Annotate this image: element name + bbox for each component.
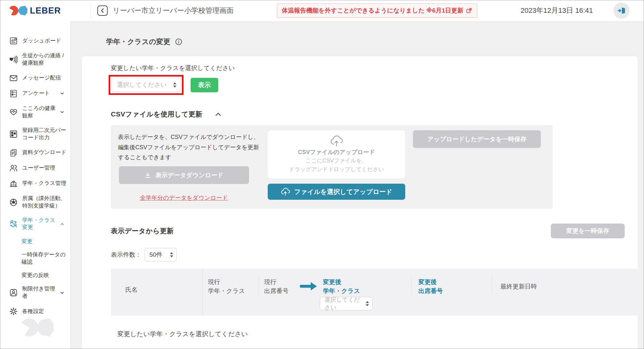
- cloud-upload-icon: [330, 135, 343, 146]
- save-changes-button[interactable]: 変更を一時保存: [551, 224, 625, 238]
- new-class-select[interactable]: 選択してください: [320, 297, 372, 310]
- sidebar-item-label: 資料ダウンロード: [22, 149, 70, 156]
- main-content: 学年・クラスの変更 変更したい学年・クラスを選択してください 選択してください …: [71, 21, 644, 349]
- display-count-value: 50件: [149, 251, 162, 259]
- logout-button[interactable]: [613, 3, 630, 19]
- survey-icon: [9, 89, 18, 98]
- cloud-upload-icon: [281, 188, 290, 196]
- school-icon: [9, 179, 18, 188]
- documents-icon: [9, 149, 18, 157]
- column-current-class: 現行 学年・クラス: [208, 278, 245, 295]
- dropzone-line2: ドラッグアンドドロップしてください: [289, 165, 384, 174]
- sidebar-subitem-apply-changes[interactable]: 変更の反映: [0, 269, 70, 282]
- display-count-select[interactable]: 50件: [145, 248, 177, 262]
- download-icon: [144, 172, 151, 179]
- select-spinner-icon: [366, 301, 369, 306]
- school-admin-title: リーバー市立リーバー小学校管理画面: [113, 6, 234, 15]
- users-icon: [9, 164, 18, 172]
- sidebar-item-label: アンケート: [22, 90, 60, 97]
- logout-door-icon: [617, 6, 626, 15]
- csv-section-heading: CSVファイルを使用して更新: [111, 110, 202, 119]
- sidebar-item-label: ダッシュボード: [22, 37, 70, 45]
- sidebar-item-mental-health[interactable]: こころの健康観察: [0, 101, 70, 123]
- column-divider: [492, 276, 492, 294]
- sidebar-item-dashboard[interactable]: ダッシュボード: [0, 33, 70, 49]
- sidebar-item-label: こころの健康観察: [22, 105, 60, 120]
- sidebar-item-class-management[interactable]: 学年・クラス管理: [0, 176, 70, 191]
- sidebar-item-qr-output[interactable]: 登録用二次元バーコード出力: [0, 123, 70, 145]
- sidebar-item-label: ユーザー管理: [22, 164, 70, 172]
- select-spinner-icon: [173, 82, 176, 87]
- sidebar-item-label: 各種設定: [22, 308, 70, 315]
- sidebar-subitem-change[interactable]: 変更: [0, 235, 70, 248]
- sidebar-item-affiliation[interactable]: 所属（課外活動、特別支援学級）: [0, 191, 70, 213]
- gear-icon: [9, 307, 18, 316]
- sidebar-item-settings[interactable]: 各種設定: [0, 304, 70, 319]
- column-new-class: 変更後 学年・クラス: [323, 278, 360, 295]
- external-link-icon: [466, 7, 472, 14]
- show-button[interactable]: 表示: [191, 78, 218, 92]
- sidebar-item-label: 学年・クラス管理: [22, 180, 70, 187]
- collapse-chevron-up-icon[interactable]: [215, 113, 221, 116]
- current-datetime: 2023年12月13日 16:41: [521, 6, 593, 15]
- download-all-years-link[interactable]: 全学年分のデータをダウンロード: [119, 194, 249, 202]
- announcement-banner[interactable]: 体温報告機能を外すことができるようになりました ※6月1日更新: [277, 4, 477, 18]
- qr-code-icon: [9, 130, 18, 138]
- sidebar-item-label: 生徒からの連絡 / 健康観察: [22, 52, 70, 67]
- class-select[interactable]: 選択してください: [112, 78, 181, 92]
- leber-logo: LEBER: [0, 6, 90, 16]
- dropzone-title: CSVファイルのアップロード: [298, 148, 375, 156]
- save-uploaded-data-button[interactable]: アップロードしたデータを一時保存: [413, 130, 541, 148]
- class-select-placeholder: 選択してください: [117, 81, 167, 89]
- app-window: LEBER リーバー市立リーバー小学校管理画面 体温報告機能を外すことができるよ…: [0, 0, 644, 349]
- column-divider: [202, 269, 203, 316]
- sidebar-item-user-management[interactable]: ユーザー管理: [0, 161, 70, 176]
- sidebar: ダッシュボード 生徒からの連絡 / 健康観察 メッセージ配信 アンケート こころ…: [0, 21, 71, 349]
- change-arrow-icon: [300, 281, 318, 292]
- dashboard-icon: [9, 37, 18, 45]
- download-button-label: 表示データダウンロード: [155, 171, 223, 179]
- sidebar-item-restricted-admin[interactable]: 制限付き管理者: [0, 282, 70, 304]
- wheel-icon: [9, 198, 18, 207]
- content-card: 変更したい学年・クラスを選択してください 選択してください 表示 CSVファイル…: [82, 56, 638, 349]
- column-current-number: 現行 出席番号: [264, 278, 289, 295]
- select-file-upload-button[interactable]: ファイルを選択してアップロード: [268, 184, 405, 200]
- leber-logo-icon: [9, 6, 27, 15]
- leber-watermark-logo: [20, 318, 54, 336]
- page-title: 学年・クラスの変更: [106, 37, 170, 47]
- swap-users-icon: [9, 220, 18, 228]
- sidebar-item-class-change[interactable]: 学年・クラス変更: [0, 213, 70, 235]
- heart-wave-icon: [9, 108, 18, 116]
- chevron-down-icon: [60, 111, 64, 114]
- info-icon[interactable]: [175, 38, 183, 46]
- csv-dropzone[interactable]: CSVファイルのアップロード ここにCSVファイルを、 ドラッグアンドドロップし…: [268, 130, 405, 179]
- column-divider: [411, 276, 412, 294]
- download-displayed-data-button[interactable]: 表示データダウンロード: [119, 166, 249, 184]
- csv-panel: 表示したデータを、CSVファイルでダウンロードし、編集後CSVファイルをアップロ…: [111, 125, 553, 209]
- chevron-up-icon: [60, 223, 64, 225]
- restricted-admin-icon: [9, 289, 18, 297]
- envelope-icon: [9, 74, 18, 82]
- table-header: 氏名 現行 学年・クラス 現行 出席番号 変更後 学年・クラス: [111, 269, 638, 316]
- sidebar-item-label: メッセージ配信: [22, 74, 70, 82]
- back-button[interactable]: [97, 5, 108, 16]
- sidebar-item-student-contact[interactable]: 生徒からの連絡 / 健康観察: [0, 49, 70, 70]
- upload-button-label: ファイルを選択してアップロード: [294, 188, 392, 196]
- announcement-text: 体温報告機能を外すことができるようになりました ※6月1日更新: [282, 6, 463, 15]
- column-new-number: 変更後 出席番号: [418, 278, 443, 295]
- chevron-down-icon: [60, 291, 64, 294]
- header-divider: [90, 3, 91, 18]
- column-last-updated: 最終更新日時: [500, 282, 537, 291]
- sidebar-item-survey[interactable]: アンケート: [0, 86, 70, 101]
- sidebar-subitem-saved-data[interactable]: 一時保存データの確認: [0, 248, 70, 269]
- column-name: 氏名: [125, 285, 138, 294]
- sidebar-item-label: 登録用二次元バーコード出力: [22, 127, 70, 142]
- update-section-heading: 表示データから更新: [111, 226, 174, 235]
- sidebar-item-label: 制限付き管理者: [22, 285, 60, 300]
- new-class-select-placeholder: 選択してください: [325, 296, 362, 311]
- sidebar-item-message[interactable]: メッセージ配信: [0, 70, 70, 86]
- table-empty-message: 変更したい学年・クラスを選択してください: [117, 330, 638, 338]
- heart-signal-icon: [9, 55, 18, 64]
- sidebar-item-documents[interactable]: 資料ダウンロード: [0, 145, 70, 161]
- display-count-label: 表示件数：: [111, 251, 141, 259]
